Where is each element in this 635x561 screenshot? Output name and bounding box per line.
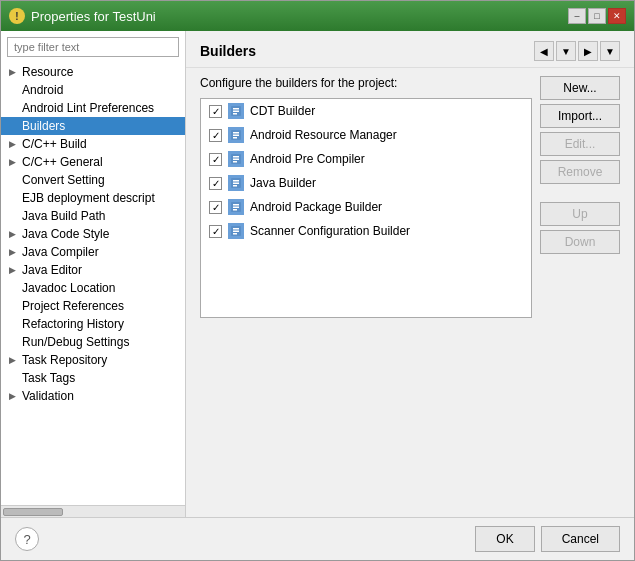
builder-checkbox[interactable] bbox=[209, 105, 222, 118]
sidebar-item-task-repository[interactable]: ▶Task Repository bbox=[1, 351, 185, 369]
builder-checkbox[interactable] bbox=[209, 177, 222, 190]
toolbar-back-button[interactable]: ◀ bbox=[534, 41, 554, 61]
builder-icon bbox=[228, 151, 244, 167]
window-controls: – □ ✕ bbox=[568, 8, 626, 24]
builder-item-scanner-config-builder[interactable]: Scanner Configuration Builder bbox=[201, 219, 531, 243]
sidebar-item-validation[interactable]: ▶Validation bbox=[1, 387, 185, 405]
remove-button[interactable]: Remove bbox=[540, 160, 620, 184]
chevron-right-icon: ▶ bbox=[9, 355, 19, 365]
sidebar-item-java-code-style[interactable]: ▶Java Code Style bbox=[1, 225, 185, 243]
builder-checkbox[interactable] bbox=[209, 225, 222, 238]
svg-rect-7 bbox=[233, 137, 237, 139]
sidebar-item-label: Convert Setting bbox=[22, 173, 105, 187]
content-area: ▶ResourceAndroidAndroid Lint Preferences… bbox=[1, 31, 634, 517]
svg-rect-13 bbox=[233, 180, 239, 182]
svg-rect-17 bbox=[233, 204, 239, 206]
main-header: Builders ◀ ▼ ▶ ▼ bbox=[186, 31, 634, 68]
sidebar-item-cpp-general[interactable]: ▶C/C++ General bbox=[1, 153, 185, 171]
builders-section: Configure the builders for the project: … bbox=[200, 76, 532, 509]
edit-button[interactable]: Edit... bbox=[540, 132, 620, 156]
cancel-button[interactable]: Cancel bbox=[541, 526, 620, 552]
svg-rect-22 bbox=[233, 231, 239, 233]
main-content: Configure the builders for the project: … bbox=[186, 68, 634, 517]
builder-checkbox[interactable] bbox=[209, 201, 222, 214]
sidebar-item-label: Run/Debug Settings bbox=[22, 335, 129, 349]
svg-rect-15 bbox=[233, 185, 237, 187]
sidebar-item-label: Refactoring History bbox=[22, 317, 124, 331]
svg-rect-1 bbox=[233, 108, 239, 110]
sidebar-item-java-build-path[interactable]: Java Build Path bbox=[1, 207, 185, 225]
svg-rect-5 bbox=[233, 132, 239, 134]
sidebar-item-builders[interactable]: Builders bbox=[1, 117, 185, 135]
builder-item-cdt-builder[interactable]: CDT Builder bbox=[201, 99, 531, 123]
import-button[interactable]: Import... bbox=[540, 104, 620, 128]
maximize-button[interactable]: □ bbox=[588, 8, 606, 24]
builder-checkbox[interactable] bbox=[209, 153, 222, 166]
toolbar-forward-button[interactable]: ▶ bbox=[578, 41, 598, 61]
down-button[interactable]: Down bbox=[540, 230, 620, 254]
builders-list: CDT BuilderAndroid Resource ManagerAndro… bbox=[200, 98, 532, 318]
ok-button[interactable]: OK bbox=[475, 526, 534, 552]
builder-icon bbox=[228, 103, 244, 119]
help-button[interactable]: ? bbox=[15, 527, 39, 551]
sidebar-item-label: Java Editor bbox=[22, 263, 82, 277]
builder-icon bbox=[228, 199, 244, 215]
sidebar-item-label: Project References bbox=[22, 299, 124, 313]
action-buttons: New... Import... Edit... Remove Up Down bbox=[540, 76, 620, 509]
up-button[interactable]: Up bbox=[540, 202, 620, 226]
svg-rect-14 bbox=[233, 183, 239, 185]
svg-rect-10 bbox=[233, 159, 239, 161]
footer-right: OK Cancel bbox=[475, 526, 620, 552]
builder-name: Android Pre Compiler bbox=[250, 152, 365, 166]
svg-rect-19 bbox=[233, 209, 237, 211]
builder-name: Java Builder bbox=[250, 176, 316, 190]
toolbar-dropdown-button[interactable]: ▼ bbox=[556, 41, 576, 61]
toolbar-menu-button[interactable]: ▼ bbox=[600, 41, 620, 61]
sidebar-item-run-debug-settings[interactable]: Run/Debug Settings bbox=[1, 333, 185, 351]
sidebar-item-label: Task Repository bbox=[22, 353, 107, 367]
sidebar-item-resource[interactable]: ▶Resource bbox=[1, 63, 185, 81]
sidebar-item-label: C/C++ General bbox=[22, 155, 103, 169]
toolbar-icons: ◀ ▼ ▶ ▼ bbox=[534, 41, 620, 61]
builder-item-android-pre-compiler[interactable]: Android Pre Compiler bbox=[201, 147, 531, 171]
sidebar-item-label: C/C++ Build bbox=[22, 137, 87, 151]
chevron-right-icon: ▶ bbox=[9, 265, 19, 275]
sidebar-item-label: Android bbox=[22, 83, 63, 97]
builder-checkbox[interactable] bbox=[209, 129, 222, 142]
new-button[interactable]: New... bbox=[540, 76, 620, 100]
title-bar: ! Properties for TestUni – □ ✕ bbox=[1, 1, 634, 31]
filter-input[interactable] bbox=[7, 37, 179, 57]
svg-rect-11 bbox=[233, 161, 237, 163]
sidebar-scrollbar[interactable] bbox=[1, 505, 185, 517]
sidebar-item-label: Resource bbox=[22, 65, 73, 79]
builder-icon bbox=[228, 223, 244, 239]
sidebar-item-label: Javadoc Location bbox=[22, 281, 115, 295]
builder-name: Android Resource Manager bbox=[250, 128, 397, 142]
sidebar: ▶ResourceAndroidAndroid Lint Preferences… bbox=[1, 31, 186, 517]
main-panel: Builders ◀ ▼ ▶ ▼ Configure the builders … bbox=[186, 31, 634, 517]
builder-icon bbox=[228, 175, 244, 191]
builder-item-java-builder[interactable]: Java Builder bbox=[201, 171, 531, 195]
sidebar-item-android[interactable]: Android bbox=[1, 81, 185, 99]
sidebar-item-java-compiler[interactable]: ▶Java Compiler bbox=[1, 243, 185, 261]
tree-area: ▶ResourceAndroidAndroid Lint Preferences… bbox=[1, 63, 185, 505]
footer: ? OK Cancel bbox=[1, 517, 634, 560]
sidebar-item-label: Validation bbox=[22, 389, 74, 403]
sidebar-item-cpp-build[interactable]: ▶C/C++ Build bbox=[1, 135, 185, 153]
sidebar-item-ejb-deployment[interactable]: EJB deployment descript bbox=[1, 189, 185, 207]
sidebar-item-refactoring-history[interactable]: Refactoring History bbox=[1, 315, 185, 333]
svg-rect-3 bbox=[233, 113, 237, 115]
builder-item-android-resource-manager[interactable]: Android Resource Manager bbox=[201, 123, 531, 147]
sidebar-item-android-lint[interactable]: Android Lint Preferences bbox=[1, 99, 185, 117]
builder-item-android-package-builder[interactable]: Android Package Builder bbox=[201, 195, 531, 219]
sidebar-item-convert-setting[interactable]: Convert Setting bbox=[1, 171, 185, 189]
sidebar-item-label: EJB deployment descript bbox=[22, 191, 155, 205]
minimize-button[interactable]: – bbox=[568, 8, 586, 24]
sidebar-item-javadoc-location[interactable]: Javadoc Location bbox=[1, 279, 185, 297]
sidebar-item-project-references[interactable]: Project References bbox=[1, 297, 185, 315]
sidebar-item-label: Android Lint Preferences bbox=[22, 101, 154, 115]
sidebar-item-task-tags[interactable]: Task Tags bbox=[1, 369, 185, 387]
sidebar-item-label: Java Build Path bbox=[22, 209, 105, 223]
sidebar-item-java-editor[interactable]: ▶Java Editor bbox=[1, 261, 185, 279]
close-button[interactable]: ✕ bbox=[608, 8, 626, 24]
